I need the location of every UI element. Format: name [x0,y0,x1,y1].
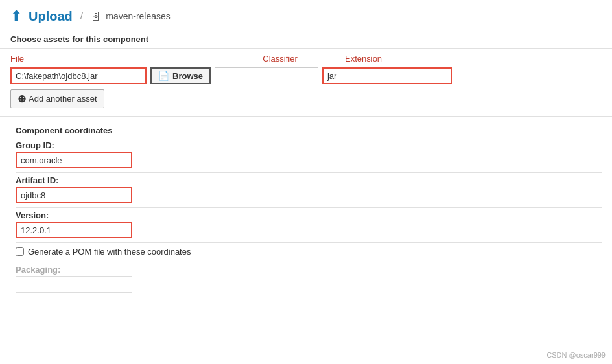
version-input[interactable] [16,222,132,238]
generate-pom-label: Generate a POM file with these coordinat… [28,247,191,256]
browse-button[interactable]: 📄 Browse [150,67,211,84]
generate-pom-row: Generate a POM file with these coordinat… [16,242,602,259]
packaging-label: Packaging: [16,265,596,275]
component-coordinates-section: Component coordinates Group ID: Artifact… [0,120,612,262]
upload-icon: ⬆ [10,8,22,25]
classifier-column-header: Classifier [215,54,345,63]
assets-section: File Classifier Extension 📄 Browse ⊕ Add… [0,49,612,115]
database-icon: 🗄 [91,11,100,22]
page-title: Upload [29,9,73,24]
component-coordinates-title: Component coordinates [16,126,602,135]
artifact-id-label: Artifact ID: [16,176,602,185]
group-id-input[interactable] [16,152,132,168]
choose-assets-label: Choose assets for this component [0,30,612,49]
choose-assets-text: Choose assets for this component [10,34,148,44]
group-id-label: Group ID: [16,141,602,150]
generate-pom-checkbox[interactable] [16,247,24,256]
classifier-input[interactable] [215,67,318,84]
group-id-divider [16,172,602,173]
add-asset-button[interactable]: ⊕ Add another asset [10,89,104,108]
file-browse-icon: 📄 [158,71,169,81]
artifact-id-input[interactable] [16,187,132,203]
browse-label: Browse [172,71,203,81]
asset-column-headers: File Classifier Extension [10,54,602,63]
file-column-header: File [10,54,211,63]
watermark: CSDN @oscar999 [547,351,606,359]
extension-input[interactable] [322,67,452,84]
artifact-id-group: Artifact ID: [16,176,602,203]
version-group: Version: [16,210,602,238]
breadcrumb-separator: / [80,10,83,22]
page-header: ⬆ Upload / 🗄 maven-releases [0,0,612,30]
group-id-group: Group ID: [16,141,602,168]
asset-row: 📄 Browse [10,67,602,84]
packaging-input[interactable] [16,276,132,293]
repo-name: maven-releases [106,11,171,21]
add-asset-plus-icon: ⊕ [18,93,26,105]
packaging-section: Packaging: [0,262,612,298]
file-input[interactable] [10,67,147,84]
artifact-id-divider [16,207,602,208]
extension-column-header: Extension [345,54,602,63]
add-asset-label: Add another asset [29,94,97,104]
version-label: Version: [16,210,602,220]
